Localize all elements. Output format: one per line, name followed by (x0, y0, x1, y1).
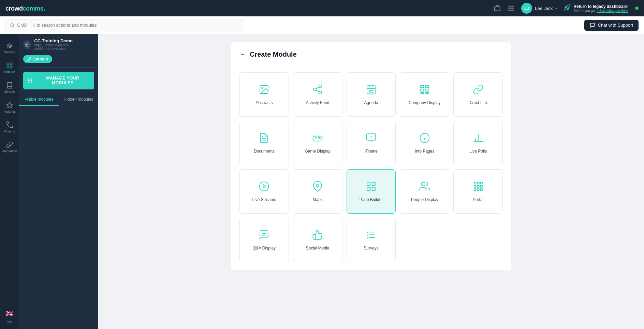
svg-line-34 (316, 90, 319, 92)
svg-point-32 (313, 88, 316, 91)
status-indicator (635, 6, 639, 10)
legacy-dashboard-button[interactable]: Return to legacy dashboard Before you go… (564, 4, 628, 13)
panel-title: Create Module (250, 51, 297, 58)
svg-rect-78 (477, 189, 479, 190)
svg-rect-16 (10, 66, 12, 68)
module-card-maps[interactable]: Maps (293, 169, 342, 214)
grid-9-icon (473, 181, 484, 193)
image-icon (259, 84, 269, 96)
gamepad-icon (312, 132, 323, 145)
briefcase-icon[interactable] (494, 5, 501, 12)
svg-rect-13 (7, 63, 9, 65)
sidebar-item-libraries[interactable]: Libraries (1, 79, 18, 96)
module-name-surveys: Surveys (364, 246, 378, 251)
svg-rect-69 (372, 187, 375, 190)
svg-rect-36 (367, 86, 375, 94)
tab-visible-modules[interactable]: Visible modules (19, 94, 59, 106)
sidebar-item-comms[interactable]: Comms (1, 119, 18, 136)
module-card-game-display[interactable]: Game Display (293, 121, 342, 165)
module-name-social-media: Social Media (306, 246, 330, 251)
panel-title-row: ← Create Module (239, 51, 503, 64)
module-card-activity-feed[interactable]: Activity Feed (293, 72, 342, 117)
sidebar-item-settings[interactable]: Settings (1, 40, 18, 57)
svg-rect-4 (509, 8, 510, 9)
nav-right: LJ Lee Jack ▾ Return to legacy dashboard… (494, 3, 639, 14)
module-card-qa-display[interactable]: Q&A Display (239, 218, 289, 262)
users-icon (419, 181, 430, 193)
svg-marker-64 (263, 185, 266, 188)
module-name-activity-feed: Activity Feed (306, 100, 330, 105)
svg-rect-77 (474, 189, 476, 190)
module-name-abstracts: Abstracts (255, 100, 273, 105)
module-name-iframe: IFrame (365, 149, 378, 154)
svg-rect-68 (367, 187, 370, 190)
legacy-link[interactable]: tell us what you think (597, 9, 628, 13)
launch-button[interactable]: Launch (23, 55, 52, 63)
message-square-icon (259, 229, 269, 242)
svg-rect-71 (474, 182, 476, 184)
chat-support-button[interactable]: Chat with Support (584, 20, 639, 31)
bar-chart-icon (473, 132, 484, 145)
svg-point-63 (260, 182, 269, 191)
project-name: CC Training Demo (34, 38, 94, 43)
svg-point-65 (316, 184, 319, 187)
main-content: ← Create Module AbstractsActivity FeedAg… (98, 34, 644, 329)
module-card-info-pages[interactable]: Info Pages (400, 121, 449, 165)
module-card-iframe[interactable]: IFrame (347, 121, 396, 165)
second-bar: Chat with Support (0, 16, 644, 34)
svg-rect-67 (372, 182, 375, 185)
module-name-qa-display: Q&A Display (253, 246, 276, 251)
module-name-maps: Maps (313, 197, 323, 202)
grid-icon[interactable] (508, 5, 514, 12)
svg-rect-24 (30, 80, 31, 81)
search-bar[interactable] (5, 19, 244, 31)
panel-header: CC Training Demo https://cctrainingdemo-… (19, 34, 98, 68)
chat-icon (590, 23, 595, 28)
module-card-agenda[interactable]: Agenda (347, 72, 396, 117)
svg-rect-1 (509, 6, 510, 7)
module-card-documents[interactable]: Documents (239, 121, 289, 165)
module-name-people-display: People Display (411, 197, 438, 202)
project-url: https://cctrainingdemo-eb906.apps.crowdc… (34, 43, 94, 51)
module-card-people-display[interactable]: People Display (400, 169, 449, 214)
svg-rect-8 (511, 10, 512, 11)
comms-icon (6, 121, 13, 128)
svg-rect-43 (421, 89, 424, 91)
panel-tabs: Visible modules Hidden modules (19, 94, 98, 106)
module-card-company-display[interactable]: Company Display (400, 72, 449, 117)
svg-point-70 (421, 182, 425, 186)
back-button[interactable]: ← (239, 51, 246, 58)
left-sidebar: Settings Modules Libraries Features Comm… (0, 34, 19, 329)
integrations-label: Integrations (1, 149, 17, 153)
svg-rect-23 (28, 80, 29, 81)
integrations-icon (6, 141, 13, 148)
sidebar-item-modules[interactable]: Modules (1, 59, 18, 76)
grid-icon (27, 78, 33, 83)
search-input[interactable] (17, 23, 240, 28)
module-card-social-media[interactable]: Social Media (293, 218, 342, 262)
module-card-direct-link[interactable]: Direct Link (453, 72, 503, 117)
sidebar-item-features[interactable]: Features (1, 99, 18, 116)
module-card-portal[interactable]: Portal (453, 169, 503, 214)
user-name: Lee Jack (535, 6, 553, 11)
user-menu[interactable]: LJ Lee Jack ▾ (521, 3, 557, 14)
module-card-page-builder[interactable]: Page Builder (347, 169, 396, 214)
module-card-live-streams[interactable]: Live Streams (239, 169, 289, 214)
module-grid: AbstractsActivity FeedAgendaCompany Disp… (239, 72, 503, 262)
libraries-icon (6, 82, 13, 89)
sidebar-item-integrations[interactable]: Integrations (1, 139, 18, 156)
manage-modules-button[interactable]: MANAGE YOUR MODULES (23, 72, 94, 89)
svg-rect-0 (495, 7, 500, 11)
module-name-agenda: Agenda (364, 100, 378, 105)
module-card-abstracts[interactable]: Abstracts (239, 72, 289, 117)
panel-sidebar: CC Training Demo https://cctrainingdemo-… (19, 34, 98, 329)
svg-rect-79 (480, 189, 482, 190)
chevron-down-icon: ▾ (555, 6, 557, 10)
svg-rect-25 (31, 80, 32, 81)
module-name-documents: Documents (254, 149, 275, 154)
module-card-surveys[interactable]: Surveys (347, 218, 396, 262)
tab-hidden-modules[interactable]: Hidden modules (59, 94, 98, 106)
module-name-direct-link: Direct Link (468, 100, 488, 105)
thumbs-up-icon (312, 229, 323, 242)
module-card-live-polls[interactable]: Live Polls (453, 121, 503, 165)
